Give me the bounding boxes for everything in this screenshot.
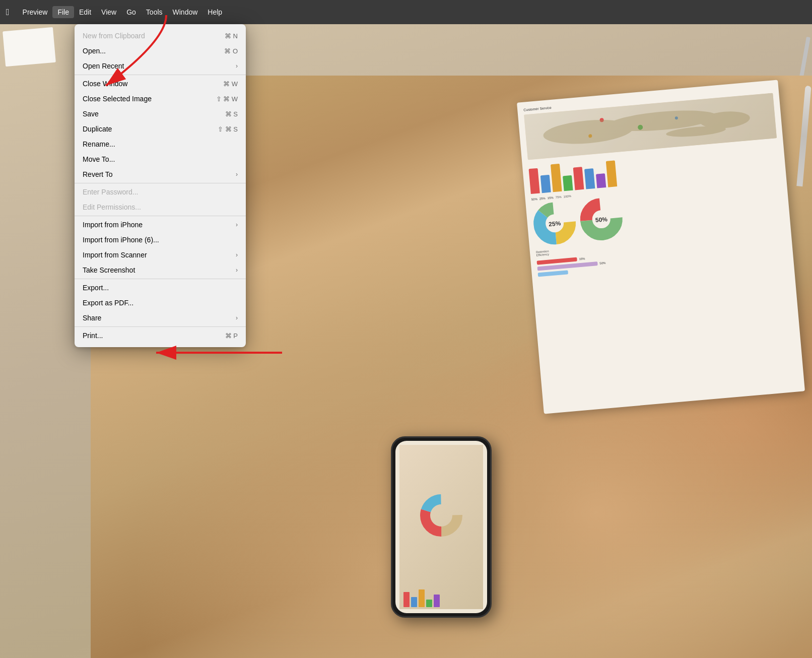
menu-go[interactable]: Go <box>121 6 141 18</box>
open-recent-arrow: › <box>236 62 238 70</box>
menu-item-import-from-iphone-6[interactable]: Import from iPhone (6)... <box>75 232 246 247</box>
menu-section-4: Import from iPhone › Import from iPhone … <box>75 216 246 279</box>
menu-item-export[interactable]: Export... <box>75 280 246 295</box>
menu-item-close-selected-image[interactable]: Close Selected Image ⇧ ⌘ W <box>75 91 246 106</box>
share-arrow: › <box>236 314 238 321</box>
menu-item-duplicate[interactable]: Duplicate ⇧ ⌘ S <box>75 121 246 137</box>
menu-item-revert-to[interactable]: Revert To › <box>75 167 246 182</box>
chart-paper: Customer Service <box>517 80 805 414</box>
phone <box>391 436 492 618</box>
menu-item-close-window[interactable]: Close Window ⌘ W <box>75 76 246 91</box>
svg-text:25%: 25% <box>549 220 561 228</box>
menu-item-take-screenshot[interactable]: Take Screenshot › <box>75 262 246 278</box>
menu-item-open[interactable]: Open... ⌘ O <box>75 43 246 58</box>
menu-item-print[interactable]: Print... ⌘ P <box>75 328 246 343</box>
thumbnail-3-image <box>10 211 81 266</box>
menu-item-import-from-scanner[interactable]: Import from Scanner › <box>75 247 246 262</box>
import-scanner-arrow: › <box>236 251 238 258</box>
menu-item-share[interactable]: Share › <box>75 310 246 325</box>
menu-section-5: Export... Export as PDF... Share › <box>75 279 246 326</box>
menu-item-new-from-clipboard[interactable]: New from Clipboard ⌘ N <box>75 28 246 43</box>
menu-preview[interactable]: Preview <box>18 6 53 18</box>
menu-help[interactable]: Help <box>202 6 227 18</box>
menu-item-export-as-pdf[interactable]: Export as PDF... <box>75 295 246 310</box>
menu-edit[interactable]: Edit <box>74 6 96 18</box>
file-dropdown-menu: New from Clipboard ⌘ N Open... ⌘ O Open … <box>75 24 246 347</box>
import-iphone-arrow: › <box>236 221 238 228</box>
menu-item-save[interactable]: Save ⌘ S <box>75 106 246 121</box>
menu-bar:  Preview File Edit View Go Tools Window… <box>0 0 812 24</box>
thumbnail-3[interactable]: picture-2 <box>10 211 81 276</box>
menu-file[interactable]: File <box>52 6 74 18</box>
apple-logo-icon[interactable]:  <box>6 7 10 18</box>
menu-item-enter-password[interactable]: Enter Password... <box>75 184 246 200</box>
menu-section-3: Enter Password... Edit Permissions... <box>75 183 246 216</box>
revert-to-arrow: › <box>236 171 238 178</box>
phone-screen <box>395 441 487 613</box>
menu-section-6: Print... ⌘ P <box>75 326 246 344</box>
svg-text:50%: 50% <box>595 216 607 224</box>
menu-view[interactable]: View <box>96 6 121 18</box>
menu-tools[interactable]: Tools <box>141 6 168 18</box>
phone-chart-content <box>399 445 483 609</box>
take-screenshot-arrow: › <box>236 267 238 274</box>
menu-section-2: Close Window ⌘ W Close Selected Image ⇧ … <box>75 75 246 183</box>
menu-section-1: New from Clipboard ⌘ N Open... ⌘ O Open … <box>75 27 246 75</box>
menu-item-rename[interactable]: Rename... <box>75 137 246 152</box>
menu-item-move-to[interactable]: Move To... <box>75 152 246 167</box>
menu-item-edit-permissions[interactable]: Edit Permissions... <box>75 200 246 215</box>
menu-window[interactable]: Window <box>168 6 203 18</box>
menu-item-import-from-iphone[interactable]: Import from iPhone › <box>75 217 246 232</box>
menu-item-open-recent[interactable]: Open Recent › <box>75 58 246 74</box>
